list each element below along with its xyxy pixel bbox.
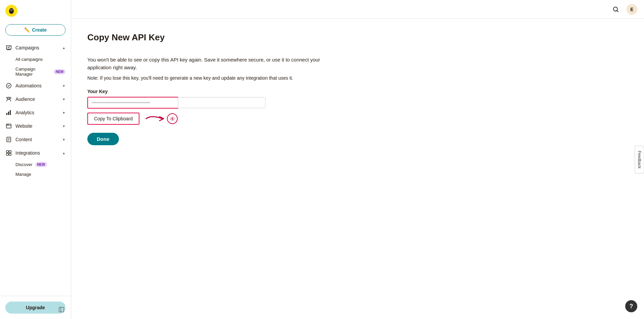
svg-rect-18 [9, 153, 11, 155]
sidebar: ✏️ Create Campaigns ▲ All campaigns Camp… [0, 0, 71, 319]
website-label: Website [15, 123, 32, 129]
user-avatar[interactable]: E [627, 4, 637, 15]
campaign-manager-badge: New [54, 69, 66, 74]
sidebar-header [0, 0, 71, 22]
help-button[interactable]: ? [625, 300, 637, 312]
copy-to-clipboard-button[interactable]: Copy To Clipboard [87, 113, 139, 125]
nav-item-left-analytics: Analytics [5, 109, 34, 116]
analytics-icon [5, 109, 12, 116]
analytics-label: Analytics [15, 110, 34, 115]
sidebar-item-integrations[interactable]: Integrations ▲ [0, 146, 71, 160]
svg-rect-15 [6, 151, 8, 153]
svg-rect-9 [8, 112, 9, 115]
create-button[interactable]: ✏️ Create [5, 24, 66, 36]
description-text: You won't be able to see or copy this AP… [87, 56, 323, 71]
upgrade-button[interactable]: Upgrade [5, 302, 66, 314]
note-text: Note: If you lose this key, you'll need … [87, 75, 323, 81]
svg-rect-8 [6, 113, 7, 115]
svg-point-2 [10, 9, 11, 10]
sidebar-item-campaign-manager[interactable]: Campaign Manager New [0, 64, 71, 79]
search-button[interactable] [610, 4, 621, 15]
content-label: Content [15, 137, 32, 142]
discover-badge: New [35, 162, 47, 167]
campaigns-icon [5, 44, 12, 51]
automations-chevron: ▼ [62, 84, 66, 88]
audience-chevron: ▼ [62, 97, 66, 101]
svg-point-13 [8, 124, 9, 125]
sidebar-item-all-campaigns[interactable]: All campaigns [0, 54, 71, 64]
integrations-label: Integrations [15, 150, 40, 156]
sidebar-item-discover[interactable]: Discover New [0, 160, 71, 169]
svg-point-12 [7, 124, 8, 125]
campaign-manager-label: Campaign Manager [15, 67, 51, 77]
integrations-icon [5, 150, 12, 156]
sidebar-item-manage[interactable]: Manage [0, 169, 71, 179]
website-chevron: ▼ [62, 124, 66, 128]
audience-label: Audience [15, 96, 35, 102]
svg-rect-19 [59, 307, 64, 312]
key-input-row [87, 97, 628, 109]
nav-item-left-website: Website [5, 123, 32, 129]
sidebar-item-automations[interactable]: Automations ▼ [0, 79, 71, 92]
sidebar-item-audience[interactable]: Audience ▼ [0, 92, 71, 106]
api-key-input-first[interactable] [87, 97, 178, 109]
annotation-arrow [145, 114, 165, 123]
svg-point-5 [8, 97, 10, 99]
audience-icon [5, 96, 12, 103]
sidebar-item-analytics[interactable]: Analytics ▼ [0, 106, 71, 119]
arrow-annotation: ④ [145, 113, 178, 124]
analytics-chevron: ▼ [62, 111, 66, 115]
nav-item-left-campaigns: Campaigns [5, 44, 39, 51]
campaigns-label: Campaigns [15, 45, 39, 50]
all-campaigns-label: All campaigns [15, 57, 43, 62]
svg-rect-10 [10, 110, 11, 115]
nav-item-left-audience: Audience [5, 96, 35, 103]
sidebar-nav: Campaigns ▲ All campaigns Campaign Manag… [0, 41, 71, 296]
page-title: Copy New API Key [87, 32, 628, 43]
pencil-icon: ✏️ [24, 27, 30, 33]
api-key-input-second[interactable] [178, 97, 265, 108]
campaigns-chevron: ▲ [62, 46, 66, 50]
content-chevron: ▼ [62, 138, 66, 142]
svg-rect-17 [6, 153, 8, 155]
nav-item-left-content: Content [5, 136, 32, 143]
website-icon [5, 123, 12, 129]
topbar: E [71, 0, 644, 19]
nav-item-left-integrations: Integrations [5, 150, 40, 156]
annotation-number: ④ [167, 113, 178, 124]
manage-label: Manage [15, 172, 31, 177]
automations-label: Automations [15, 83, 42, 88]
sidebar-item-content[interactable]: Content ▼ [0, 133, 71, 146]
feedback-tab[interactable]: Feedback [635, 146, 644, 173]
integrations-chevron: ▲ [62, 151, 66, 155]
svg-point-3 [12, 9, 12, 10]
content-icon [5, 136, 12, 143]
sidebar-item-website[interactable]: Website ▼ [0, 119, 71, 133]
discover-label: Discover [15, 162, 33, 167]
done-button[interactable]: Done [87, 133, 119, 145]
your-key-label: Your Key [87, 89, 628, 94]
sidebar-item-campaigns[interactable]: Campaigns ▲ [0, 41, 71, 54]
mailchimp-logo [5, 5, 17, 17]
automations-icon [5, 82, 12, 89]
create-button-label: Create [32, 27, 47, 33]
nav-item-left-automations: Automations [5, 82, 42, 89]
main-content: Copy New API Key You won't be able to se… [71, 19, 644, 319]
sidebar-toggle-button[interactable] [57, 306, 66, 314]
svg-rect-16 [9, 151, 11, 153]
copy-row: Copy To Clipboard ④ [87, 113, 628, 125]
